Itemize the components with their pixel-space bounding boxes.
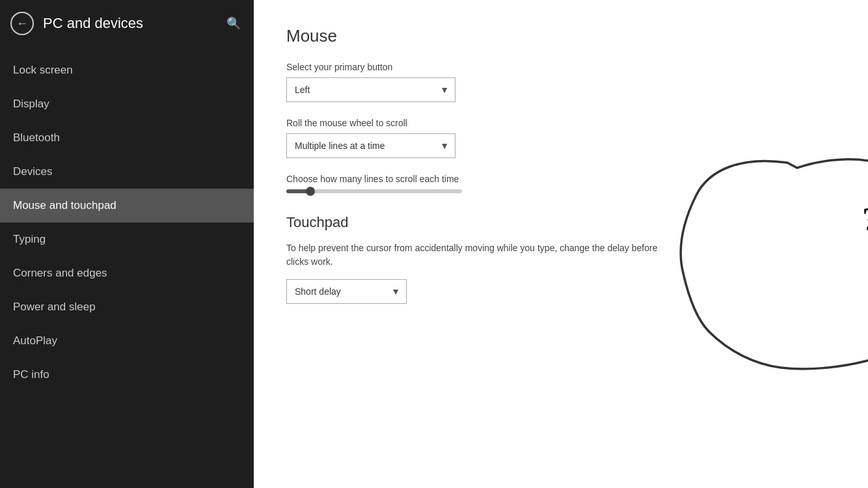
scroll-lines-slider-thumb[interactable] bbox=[306, 187, 315, 196]
sidebar-item-typing[interactable]: Typing bbox=[0, 223, 254, 256]
scroll-label: Roll the mouse wheel to scroll bbox=[286, 118, 835, 128]
touchpad-description: To help prevent the cursor from accident… bbox=[286, 241, 664, 269]
primary-button-select[interactable]: Left Right bbox=[286, 77, 455, 102]
main-content: Mouse Select your primary button Left Ri… bbox=[254, 0, 868, 346]
search-icon[interactable]: 🔍 bbox=[226, 16, 241, 31]
scroll-lines-slider-container bbox=[286, 189, 835, 193]
sidebar-item-mouse-touchpad[interactable]: Mouse and touchpad bbox=[0, 189, 254, 223]
sidebar-title: PC and devices bbox=[43, 15, 217, 32]
sidebar-item-display[interactable]: Display bbox=[0, 87, 254, 121]
back-button[interactable]: ← bbox=[10, 12, 34, 35]
lines-scroll-label: Choose how many lines to scroll each tim… bbox=[286, 174, 835, 184]
sidebar: ← PC and devices 🔍 Lock screen Display B… bbox=[0, 0, 254, 488]
sidebar-item-power-sleep[interactable]: Power and sleep bbox=[0, 290, 254, 324]
delay-select[interactable]: No delay (always on) Short delay Medium … bbox=[286, 279, 407, 304]
sidebar-item-corners-edges[interactable]: Corners and edges bbox=[0, 256, 254, 290]
scroll-select[interactable]: Multiple lines at a time One screen at a… bbox=[286, 133, 455, 158]
sidebar-header: ← PC and devices 🔍 bbox=[0, 0, 254, 47]
touchpad-section: Touchpad To help prevent the cursor from… bbox=[286, 214, 835, 319]
primary-button-label: Select your primary button bbox=[286, 62, 835, 72]
primary-button-wrapper: Left Right ▼ bbox=[286, 77, 455, 102]
sidebar-item-lock-screen[interactable]: Lock screen bbox=[0, 53, 254, 87]
delay-wrapper: No delay (always on) Short delay Medium … bbox=[286, 279, 407, 304]
sidebar-item-pc-info[interactable]: PC info bbox=[0, 358, 254, 392]
nav-list: Lock screen Display Bluetooth Devices Mo… bbox=[0, 53, 254, 392]
sidebar-item-devices[interactable]: Devices bbox=[0, 155, 254, 189]
scroll-lines-slider-track bbox=[286, 189, 462, 193]
sidebar-item-autoplay[interactable]: AutoPlay bbox=[0, 324, 254, 358]
touchpad-section-title: Touchpad bbox=[286, 214, 835, 231]
sidebar-item-bluetooth[interactable]: Bluetooth bbox=[0, 121, 254, 155]
scroll-wrapper: Multiple lines at a time One screen at a… bbox=[286, 133, 455, 158]
mouse-section-title: Mouse bbox=[286, 26, 835, 46]
